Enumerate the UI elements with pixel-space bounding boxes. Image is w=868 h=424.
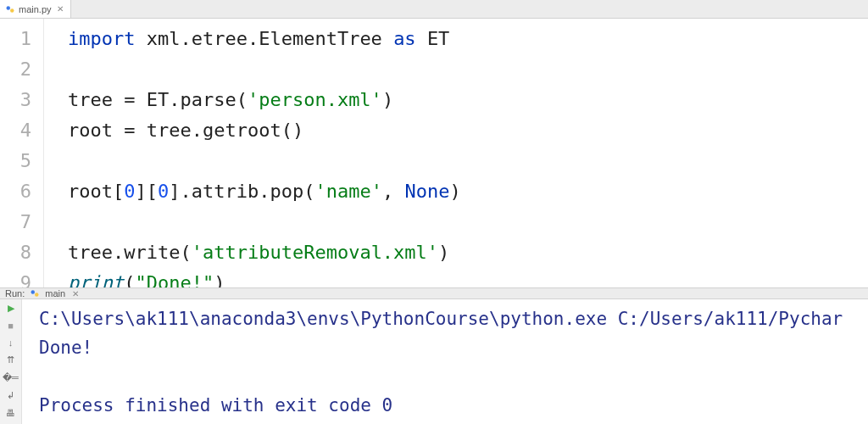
code-area[interactable]: 123456789 import xml.etree.ElementTree a… [0,19,868,287]
code-line[interactable]: import xml.etree.ElementTree as ET [68,24,868,54]
code-editor[interactable]: import xml.etree.ElementTree as ET tree … [44,19,868,287]
line-number: 3 [0,85,31,115]
editor-tab-bar: main.py ✕ [0,0,868,19]
run-config-name: main [45,288,65,298]
rerun-icon[interactable]: ▶ [8,303,14,314]
code-line[interactable] [68,54,868,85]
close-icon[interactable]: ✕ [72,289,79,298]
close-icon[interactable]: ✕ [57,4,64,14]
stop-icon[interactable]: ■ [8,321,14,331]
line-number: 1 [0,24,31,54]
svg-point-2 [31,290,36,294]
run-tool-window: Run: main ✕ ▶ ■ ↓ ⇈ �═ ↲ 🖶 🗑 C:\Users\ak… [0,288,868,424]
print-icon[interactable]: 🖶 [6,408,15,418]
code-line[interactable] [68,146,868,176]
line-number: 8 [0,237,31,268]
soft-wrap-icon[interactable]: ↲ [7,390,14,401]
console-line [39,362,868,391]
code-line[interactable]: tree = ET.parse('person.xml') [68,85,868,115]
svg-point-0 [7,6,11,10]
code-line[interactable] [68,207,868,237]
line-number: 2 [0,54,31,85]
svg-point-1 [10,8,14,13]
svg-point-3 [35,293,39,297]
run-header: Run: main ✕ [0,288,868,299]
console-line: C:\Users\ak111\anaconda3\envs\PythonCour… [39,304,868,333]
code-line[interactable]: root[0][0].attrib.pop('name', None) [68,176,868,207]
line-number: 7 [0,207,31,237]
run-console-output[interactable]: C:\Users\ak111\anaconda3\envs\PythonCour… [22,299,868,424]
python-run-icon [30,288,40,298]
run-header-label: Run: [5,288,25,298]
line-number: 5 [0,146,31,176]
code-line[interactable]: print("Done!") [68,268,868,287]
editor-tab-main[interactable]: main.py ✕ [0,0,71,18]
run-toolbar: ▶ ■ ↓ ⇈ �═ ↲ 🖶 🗑 [0,299,22,424]
line-number-gutter: 123456789 [0,19,44,287]
console-line: Done! [39,333,868,362]
line-number: 6 [0,176,31,207]
layout-icon[interactable]: �═ [3,372,19,383]
line-number: 4 [0,115,31,146]
code-line[interactable]: root = tree.getroot() [68,115,868,146]
editor-pane: main.py ✕ 123456789 import xml.etree.Ele… [0,0,868,288]
code-line[interactable]: tree.write('attributeRemoval.xml') [68,237,868,268]
line-number: 9 [0,268,31,287]
scroll-down-icon[interactable]: ↓ [8,338,14,348]
editor-tab-label: main.py [19,4,52,14]
scroll-to-top-icon[interactable]: ⇈ [7,354,14,365]
console-line: Process finished with exit code 0 [39,391,868,420]
python-file-icon [5,4,15,14]
